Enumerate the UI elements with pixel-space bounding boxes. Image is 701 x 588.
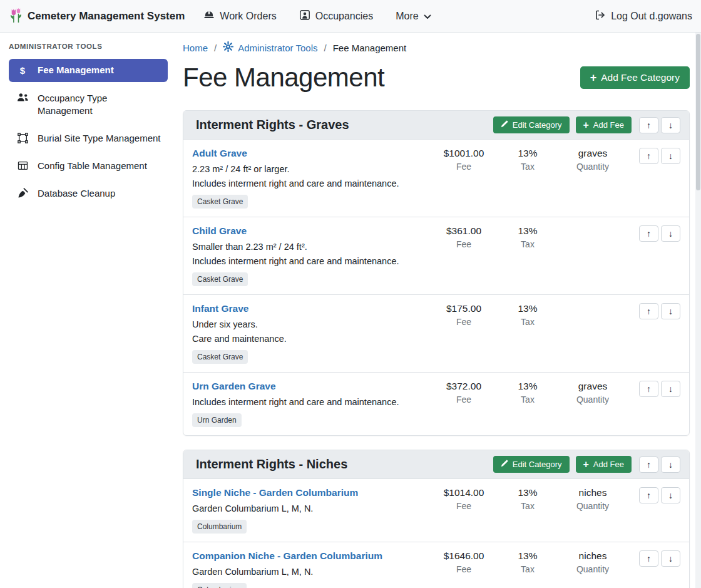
category-move-up-button[interactable]: ↑ — [639, 117, 658, 133]
nav-item-occupancies[interactable]: Occupancies — [299, 9, 374, 23]
logout-icon — [595, 9, 606, 23]
arrow-up-icon: ↑ — [647, 554, 651, 564]
tulip-logo-icon — [9, 6, 23, 26]
sidebar-item-config-table-management[interactable]: Config Table Management — [9, 155, 168, 177]
breadcrumb-current: Fee Management — [333, 43, 407, 53]
breadcrumb-separator: / — [324, 43, 326, 53]
fee-move-up-button[interactable]: ↑ — [639, 303, 658, 319]
sidebar-item-burial-site-type-management[interactable]: Burial Site Type Management — [9, 127, 168, 150]
fee-name-link[interactable]: Single Niche - Garden Columbarium — [192, 487, 358, 498]
edit-category-button[interactable]: Edit Category — [493, 116, 570, 133]
dollar-icon: $ — [16, 64, 29, 77]
nav-item-label: Work Orders — [220, 11, 276, 22]
fee-type-badge: Casket Grave — [192, 272, 248, 286]
fee-name-link[interactable]: Companion Niche - Garden Columbarium — [192, 550, 382, 562]
pencil-icon — [501, 460, 508, 469]
fee-description: Under six years. — [192, 317, 425, 332]
fee-move-up-button[interactable]: ↑ — [639, 550, 658, 567]
fee-description: Includes interment right and care and ma… — [192, 254, 425, 269]
vertical-scrollbar[interactable] — [695, 33, 701, 588]
main-content: Home / Administrator Tools / Fee Managem… — [175, 33, 701, 588]
fee-move-up-button[interactable]: ↑ — [639, 381, 658, 397]
logout-button[interactable]: Log Out d.gowans — [595, 9, 692, 23]
plus-icon: + — [583, 121, 589, 130]
app-brand[interactable]: Cemetery Management System — [9, 6, 185, 26]
fee-row: Infant Grave Under six years. Care and m… — [183, 295, 689, 373]
fee-move-up-button[interactable]: ↑ — [639, 487, 658, 503]
fee-description: 2.23 m² / 24 ft² or larger. — [192, 162, 425, 177]
arrow-down-icon: ↓ — [668, 384, 673, 394]
nav-item-more[interactable]: More — [396, 11, 431, 22]
add-fee-category-button[interactable]: + Add Fee Category — [580, 66, 690, 89]
fee-move-down-button[interactable]: ↓ — [661, 550, 680, 567]
arrow-down-icon: ↓ — [668, 306, 673, 316]
sidebar-item-label: Config Table Management — [38, 160, 147, 172]
fee-type-badge: Columbarium — [192, 583, 247, 588]
fee-move-down-button[interactable]: ↓ — [661, 303, 680, 319]
arrow-down-icon: ↓ — [668, 554, 673, 564]
fee-category-card: Interment Rights - Graves Edit Category … — [183, 110, 690, 436]
fee-name-link[interactable]: Child Grave — [192, 225, 247, 237]
fee-amount-cell: $1014.00 Fee — [432, 487, 495, 534]
sidebar-item-occupancy-type-management[interactable]: Occupancy Type Management — [9, 87, 168, 122]
page-title: Fee Management — [183, 63, 384, 93]
fee-name-link[interactable]: Urn Garden Grave — [192, 381, 276, 392]
fee-move-down-button[interactable]: ↓ — [661, 487, 680, 503]
vector-square-icon — [16, 133, 29, 143]
arrow-up-icon: ↑ — [647, 384, 651, 394]
arrow-down-icon: ↓ — [668, 229, 673, 239]
sidebar-item-database-cleanup[interactable]: Database Cleanup — [9, 182, 168, 205]
category-move-up-button[interactable]: ↑ — [639, 456, 658, 473]
quantity-cell-empty — [560, 225, 625, 286]
arrow-up-icon: ↑ — [647, 229, 651, 239]
arrow-up-icon: ↑ — [647, 151, 651, 161]
fee-type-badge: Casket Grave — [192, 350, 248, 364]
fee-description: Includes interment right and care and ma… — [192, 177, 425, 191]
quantity-cell-empty — [560, 303, 625, 364]
category-move-down-button[interactable]: ↓ — [661, 117, 680, 133]
edit-category-button[interactable]: Edit Category — [493, 456, 570, 473]
arrow-down-icon: ↓ — [668, 460, 673, 470]
fee-amount-cell: $175.00 Fee — [432, 303, 495, 364]
fee-type-badge: Casket Grave — [192, 195, 248, 209]
fee-row: Adult Grave 2.23 m² / 24 ft² or larger. … — [183, 140, 689, 217]
users-icon — [16, 93, 29, 102]
tax-cell: 13% Tax — [496, 550, 559, 588]
quantity-cell: niches Quantity — [560, 550, 625, 588]
quantity-cell: niches Quantity — [560, 487, 625, 534]
fee-name-link[interactable]: Infant Grave — [192, 303, 248, 314]
top-navbar: Cemetery Management System Work Orders O… — [0, 0, 701, 33]
arrow-up-icon: ↑ — [647, 306, 651, 316]
fee-name-link[interactable]: Adult Grave — [192, 148, 247, 159]
tax-cell: 13% Tax — [496, 303, 559, 364]
breadcrumb-admin-tools-link[interactable]: Administrator Tools — [223, 41, 317, 54]
scrollbar-thumb[interactable] — [696, 34, 700, 190]
plus-icon: + — [583, 460, 589, 469]
nav-item-work-orders[interactable]: Work Orders — [203, 9, 276, 23]
nav-item-label: Occupancies — [315, 11, 374, 22]
fee-description: Smaller than 2.23 m² / 24 ft². — [192, 240, 425, 254]
breadcrumb-separator: / — [214, 43, 217, 53]
tax-cell: 13% Tax — [496, 381, 559, 427]
sidebar-section-header: ADMINISTRATOR TOOLS — [9, 43, 168, 50]
fee-type-badge: Columbarium — [192, 520, 247, 534]
category-move-down-button[interactable]: ↓ — [661, 456, 680, 473]
fee-row: Child Grave Smaller than 2.23 m² / 24 ft… — [183, 217, 689, 295]
add-fee-button[interactable]: + Add Fee — [576, 116, 632, 133]
fee-description: Garden Columbarium L, M, N. — [192, 565, 425, 579]
fee-description: Garden Columbarium L, M, N. — [192, 502, 425, 516]
category-header: Interment Rights - Niches Edit Category … — [183, 450, 689, 479]
fee-move-down-button[interactable]: ↓ — [661, 381, 680, 397]
chevron-down-icon — [424, 11, 431, 22]
hard-hat-icon — [203, 9, 215, 23]
fee-move-down-button[interactable]: ↓ — [661, 148, 680, 164]
logout-label: Log Out d.gowans — [611, 11, 692, 22]
breadcrumb-home-link[interactable]: Home — [183, 43, 208, 53]
fee-amount-cell: $1001.00 Fee — [432, 148, 495, 209]
sidebar-item-fee-management[interactable]: $ Fee Management — [9, 59, 168, 82]
fee-move-down-button[interactable]: ↓ — [661, 225, 680, 242]
fee-amount-cell: $372.00 Fee — [432, 381, 495, 427]
add-fee-button[interactable]: + Add Fee — [576, 456, 632, 473]
fee-move-up-button[interactable]: ↑ — [639, 148, 658, 164]
fee-move-up-button[interactable]: ↑ — [639, 225, 658, 242]
